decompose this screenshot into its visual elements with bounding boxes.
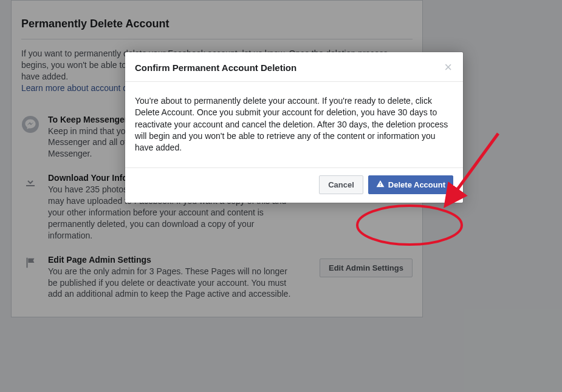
confirm-delete-modal: Confirm Permanent Account Deletion × You…	[125, 52, 463, 203]
delete-account-button[interactable]: Delete Account	[368, 175, 453, 194]
warning-icon	[376, 180, 385, 190]
modal-header: Confirm Permanent Account Deletion ×	[125, 52, 463, 82]
modal-footer: Cancel Delete Account	[125, 167, 463, 203]
cancel-button[interactable]: Cancel	[319, 175, 363, 194]
close-icon[interactable]: ×	[443, 61, 453, 74]
delete-account-label: Delete Account	[388, 180, 445, 189]
modal-body: You're about to permanently delete your …	[125, 82, 463, 167]
modal-title: Confirm Permanent Account Deletion	[135, 63, 443, 73]
